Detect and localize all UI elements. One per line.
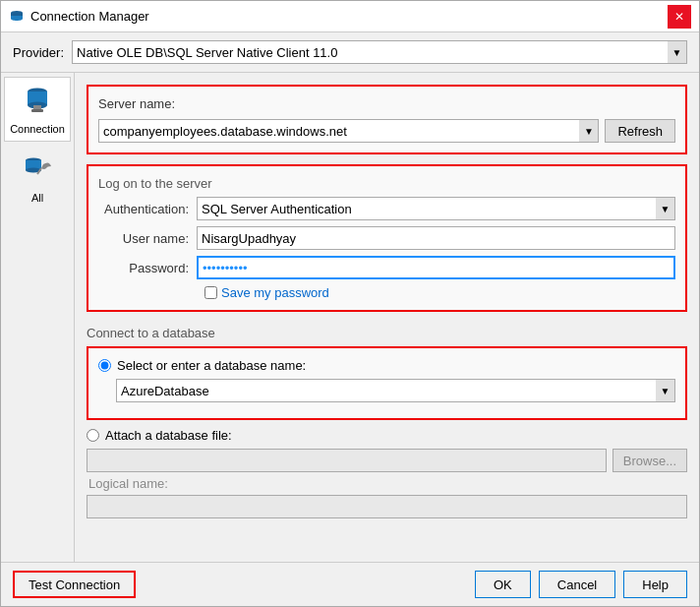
connection-manager-window: Connection Manager ✕ Provider: Native OL… <box>0 0 700 607</box>
server-name-section: Server name: companyemployees.database.w… <box>87 85 687 154</box>
password-label: Password: <box>98 261 197 275</box>
username-row: User name: <box>98 226 675 250</box>
main-content: Connection All Server name: <box>1 73 699 562</box>
sidebar-all-label: All <box>31 192 43 204</box>
sidebar: Connection All <box>1 73 75 562</box>
save-password-row: Save my password <box>204 285 675 300</box>
username-input[interactable] <box>197 226 675 250</box>
attach-file-area: Attach a database file: Browse... Logica… <box>87 428 687 518</box>
save-password-checkbox[interactable] <box>204 286 217 299</box>
attach-file-input[interactable] <box>87 449 607 472</box>
browse-button[interactable]: Browse... <box>612 449 687 472</box>
svg-rect-5 <box>31 109 43 112</box>
auth-label: Authentication: <box>98 202 197 216</box>
content-area: Server name: companyemployees.database.w… <box>75 73 699 562</box>
save-password-label[interactable]: Save my password <box>221 285 329 300</box>
username-input-wrapper <box>197 226 675 250</box>
provider-select[interactable]: Native OLE DB\SQL Server Native Client 1… <box>72 40 687 64</box>
attach-file-row: Browse... <box>87 449 687 472</box>
logon-section: Log on to the server Authentication: SQL… <box>87 164 687 312</box>
auth-select[interactable]: SQL Server Authentication <box>197 197 675 220</box>
logical-name-input[interactable] <box>87 495 687 518</box>
username-label: User name: <box>98 231 197 246</box>
server-name-label: Server name: <box>98 96 675 111</box>
server-name-select[interactable]: companyemployees.database.windows.net <box>98 119 599 143</box>
auth-wrapper: SQL Server Authentication ▼ <box>197 197 675 220</box>
logon-label: Log on to the server <box>98 176 675 191</box>
password-input[interactable] <box>197 256 675 279</box>
select-db-radio-row: Select or enter a database name: <box>98 358 675 373</box>
server-name-wrapper: companyemployees.database.windows.net ▼ <box>98 119 599 143</box>
server-name-row: companyemployees.database.windows.net ▼ … <box>98 119 675 143</box>
provider-select-wrapper: Native OLE DB\SQL Server Native Client 1… <box>72 40 687 64</box>
title-bar: Connection Manager ✕ <box>1 1 699 32</box>
connect-db-label: Connect to a database <box>87 326 687 340</box>
provider-label: Provider: <box>13 45 64 60</box>
connect-db-section: Connect to a database Select or enter a … <box>87 326 687 518</box>
db-select-wrapper: AzureDatabase ▼ <box>116 379 675 402</box>
attach-file-label[interactable]: Attach a database file: <box>105 428 232 443</box>
attach-radio-row: Attach a database file: <box>87 428 687 443</box>
cancel-button[interactable]: Cancel <box>539 571 615 598</box>
password-row: Password: <box>98 256 675 279</box>
window-icon <box>9 9 25 25</box>
refresh-button[interactable]: Refresh <box>605 119 675 143</box>
connection-icon <box>20 84 55 119</box>
test-connection-button[interactable]: Test Connection <box>13 571 136 598</box>
sidebar-connection-label: Connection <box>10 123 65 135</box>
close-button[interactable]: ✕ <box>668 5 691 29</box>
password-input-wrapper <box>197 256 675 279</box>
logical-name-label: Logical name: <box>88 476 687 491</box>
window-title: Connection Manager <box>30 9 149 24</box>
provider-row: Provider: Native OLE DB\SQL Server Nativ… <box>1 32 699 73</box>
all-icon <box>20 152 55 188</box>
sidebar-item-all[interactable]: All <box>4 146 71 211</box>
ok-button[interactable]: OK <box>475 571 531 598</box>
sidebar-item-connection[interactable]: Connection <box>4 77 71 142</box>
bottom-right: OK Cancel Help <box>475 571 687 598</box>
db-name-select[interactable]: AzureDatabase <box>116 379 675 402</box>
auth-row: Authentication: SQL Server Authenticatio… <box>98 197 675 220</box>
select-db-radio-label[interactable]: Select or enter a database name: <box>117 358 306 373</box>
bottom-bar: Test Connection OK Cancel Help <box>1 562 699 606</box>
help-button[interactable]: Help <box>623 571 687 598</box>
attach-file-radio[interactable] <box>87 429 99 442</box>
bottom-left: Test Connection <box>13 571 136 598</box>
select-db-section: Select or enter a database name: AzureDa… <box>87 346 687 420</box>
select-db-radio[interactable] <box>98 359 111 372</box>
